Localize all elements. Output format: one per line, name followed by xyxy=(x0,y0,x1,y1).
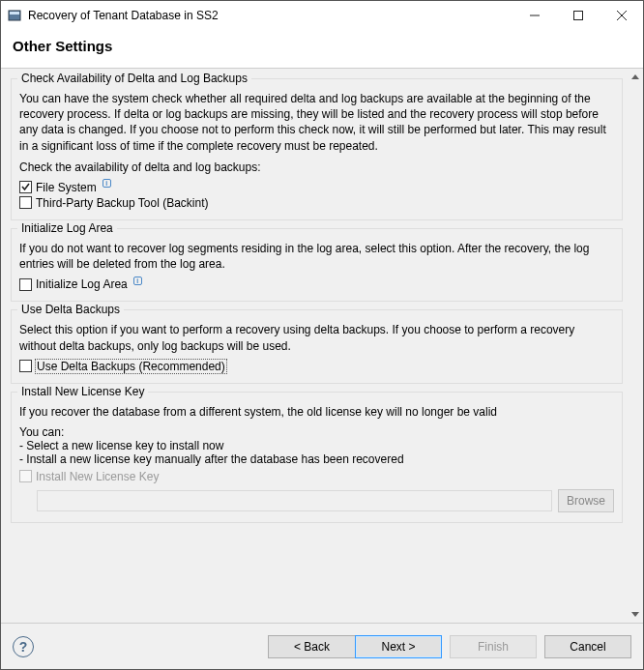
cancel-button[interactable]: Cancel xyxy=(544,635,631,658)
finish-button: Finish xyxy=(450,635,537,658)
license-bullet-1: - Select a new license key to install no… xyxy=(19,439,614,452)
license-bullet-2: - Install a new license key manually aft… xyxy=(19,452,614,466)
backint-checkbox[interactable] xyxy=(19,196,32,209)
license-options-text: You can: - Select a new license key to i… xyxy=(19,425,614,466)
help-icon[interactable]: ? xyxy=(13,636,34,657)
wizard-content: Check Availability of Delta and Log Back… xyxy=(1,69,627,623)
browse-button: Browse xyxy=(558,489,614,512)
file-system-label: File System xyxy=(36,181,97,194)
license-you-can: You can: xyxy=(19,425,614,439)
maximize-button[interactable] xyxy=(556,1,600,30)
info-icon[interactable]: i xyxy=(133,277,142,285)
wizard-footer: ? < Back Next > Finish Cancel xyxy=(1,623,643,669)
scroll-track[interactable] xyxy=(627,85,643,606)
use-delta-checkbox[interactable] xyxy=(19,360,32,372)
group-use-delta: Use Delta Backups Select this option if … xyxy=(11,309,623,383)
info-icon[interactable]: i xyxy=(102,179,111,188)
group-title: Install New License Key xyxy=(17,385,148,398)
close-button[interactable] xyxy=(600,1,643,30)
svg-rect-1 xyxy=(10,12,19,15)
check-availability-prompt: Check the availability of delta and log … xyxy=(19,160,614,175)
back-button[interactable]: < Back xyxy=(268,635,355,658)
group-description: If you recover the database from a diffe… xyxy=(19,404,614,420)
window-titlebar: Recovery of Tenant Database in SS2 xyxy=(1,1,643,30)
group-description: Select this option if you want to perfor… xyxy=(19,322,614,353)
group-title: Use Delta Backups xyxy=(17,303,124,316)
group-description: If you do not want to recover log segmen… xyxy=(19,241,614,272)
backint-label: Third-Party Backup Tool (Backint) xyxy=(36,196,209,210)
initialize-log-label: Initialize Log Area xyxy=(36,277,128,291)
group-title: Check Availability of Delta and Log Back… xyxy=(17,72,251,85)
next-button[interactable]: Next > xyxy=(355,635,442,658)
group-check-availability: Check Availability of Delta and Log Back… xyxy=(11,78,623,220)
scroll-down-button[interactable] xyxy=(627,606,643,623)
install-license-label: Install New License Key xyxy=(36,470,159,483)
file-system-checkbox[interactable] xyxy=(19,181,32,193)
svg-marker-7 xyxy=(631,612,639,617)
vertical-scrollbar[interactable] xyxy=(627,69,643,623)
group-initialize-log: Initialize Log Area If you do not want t… xyxy=(11,228,623,302)
svg-rect-3 xyxy=(573,12,582,20)
group-license: Install New License Key If you recover t… xyxy=(11,392,623,523)
window-title: Recovery of Tenant Database in SS2 xyxy=(28,9,219,22)
license-path-field xyxy=(37,490,552,511)
minimize-button[interactable] xyxy=(512,1,556,30)
group-description: You can have the system check whether al… xyxy=(19,91,614,154)
scroll-up-button[interactable] xyxy=(627,69,643,85)
use-delta-label: Use Delta Backups (Recommended) xyxy=(36,360,226,373)
page-title: Other Settings xyxy=(13,38,631,54)
wizard-header: Other Settings xyxy=(1,30,643,68)
group-title: Initialize Log Area xyxy=(17,221,117,235)
install-license-checkbox xyxy=(19,470,32,482)
initialize-log-checkbox[interactable] xyxy=(19,278,32,291)
svg-marker-6 xyxy=(631,74,639,79)
app-icon xyxy=(7,8,22,23)
